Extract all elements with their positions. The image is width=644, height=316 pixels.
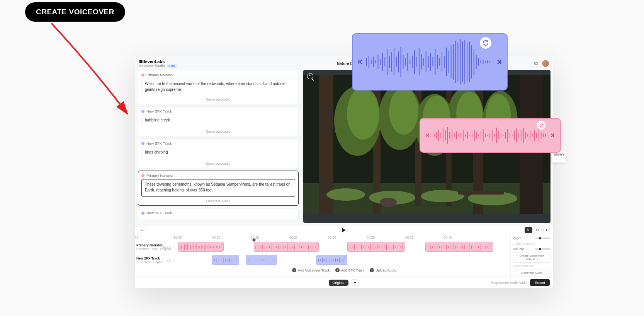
beta-badge: Beta xyxy=(167,64,176,68)
generate-audio-side-button[interactable]: Generate Audio xyxy=(513,270,551,276)
svg-point-129 xyxy=(326,188,365,201)
script-card-2[interactable]: New SFX Track birds chirping Generate Au… xyxy=(138,138,299,168)
card-title: Primary Narrator xyxy=(146,173,173,178)
track-color-dot xyxy=(141,110,144,113)
track-lane[interactable]: × × × × xyxy=(178,240,510,253)
trim-right-icon[interactable] xyxy=(494,58,503,66)
waveform-icon xyxy=(365,34,494,90)
generate-audio-button[interactable]: Generate Audio xyxy=(141,127,295,136)
create-voiceover-callout: CREATE VOICEOVER xyxy=(25,2,125,22)
track-mute-icon[interactable]: ⊘ xyxy=(162,246,166,249)
card-title: Primary Narrator xyxy=(146,73,173,77)
track-color-dot xyxy=(141,73,144,77)
script-card-3[interactable]: Primary Narrator These towering behemoth… xyxy=(138,171,299,206)
timeline: ⇤ ↖ ✂ + 00 00:05 00:10 00:15 00:20 00:25… xyxy=(135,225,553,288)
script-panel: Primary Narrator Welcome to the ancient … xyxy=(135,68,302,225)
clip[interactable]: × xyxy=(254,242,319,252)
svg-point-131 xyxy=(421,190,464,202)
zoom-in-icon[interactable] xyxy=(307,73,313,79)
zoom-label: Zoom xyxy=(513,236,522,240)
svg-point-124 xyxy=(347,87,379,140)
timeline-ruler[interactable]: 00 00:05 00:10 00:15 00:20 00:25 00:30 0… xyxy=(135,235,510,240)
add-sfx-track-button[interactable]: +Add SFX Track xyxy=(335,268,365,272)
selection-label: 1 Clip Selected xyxy=(513,242,551,246)
script-text[interactable]: birds chirping xyxy=(141,147,295,159)
waveform-preview-sfx[interactable] xyxy=(420,118,561,153)
cut-tool-button[interactable]: ✂ xyxy=(534,227,542,233)
card-title: New SFX Track xyxy=(146,141,172,145)
track-lane[interactable]: × × × xyxy=(178,253,510,266)
regenerate-icon[interactable] xyxy=(537,121,545,130)
track-color-dot xyxy=(141,212,144,215)
add-track-row: +Add Voiceover Track +Add SFX Track +Upl… xyxy=(135,266,510,272)
svg-rect-134 xyxy=(458,191,504,195)
track-more-icon[interactable]: ⋮ xyxy=(173,246,177,249)
script-text[interactable]: Welcome to the ancient world of the redw… xyxy=(141,79,295,95)
waveform-preview-narrator[interactable] xyxy=(352,33,508,91)
cursor-tool-button[interactable]: ↖ xyxy=(525,227,532,233)
trim-left-icon[interactable] xyxy=(357,58,365,66)
card-title: New SFX Track xyxy=(146,109,172,113)
track-headphone-icon[interactable]: ♪ xyxy=(167,259,171,263)
script-text[interactable]: These towering behemoths, known as Sequo… xyxy=(141,179,295,197)
brand-name: IIElevenLabs xyxy=(139,59,177,64)
generate-audio-button[interactable]: Generate Audio xyxy=(141,95,295,104)
export-button[interactable]: Export xyxy=(530,279,550,286)
track-color-dot xyxy=(141,142,144,145)
generate-audio-button[interactable]: Generate Audio xyxy=(141,159,295,168)
add-version-button[interactable]: + xyxy=(351,279,359,286)
bottom-bar: Original + Regenerate Stale Audio Export xyxy=(135,277,553,288)
play-button[interactable] xyxy=(342,228,346,232)
generate-audio-button[interactable]: Generate Audio xyxy=(141,197,295,205)
volume-label: Volume xyxy=(513,247,524,251)
regenerate-icon[interactable] xyxy=(480,37,491,49)
original-version-button[interactable]: Original xyxy=(329,280,348,286)
trim-right-icon[interactable] xyxy=(548,132,556,138)
script-card-0[interactable]: Primary Narrator Welcome to the ancient … xyxy=(138,70,299,104)
clip[interactable]: × xyxy=(347,242,405,252)
waveform-icon xyxy=(433,119,548,152)
script-card-1[interactable]: New SFX Track babbling creek Generate Au… xyxy=(138,106,299,136)
script-card-4[interactable]: New SFX Track xyxy=(138,208,299,219)
zoom-slider[interactable] xyxy=(535,237,551,239)
studio-label: Voiceover Studio Beta xyxy=(139,64,177,68)
track-row-sfx: New SFX Track SFX Track · English ♪ ⋮ × … xyxy=(135,253,510,266)
track-color-dot xyxy=(141,174,144,177)
clip[interactable]: × xyxy=(246,255,277,265)
clip[interactable]: × xyxy=(212,255,239,265)
script-text[interactable]: babbling creek xyxy=(141,115,295,127)
app-window: IIElevenLabs Voiceover Studio Beta Natur… xyxy=(135,56,553,288)
clip[interactable]: × xyxy=(316,255,347,265)
add-voiceover-track-button[interactable]: +Add Voiceover Track xyxy=(292,268,330,272)
avatar[interactable] xyxy=(542,60,549,67)
track-row-narrator: Primary Narrator Narration Track · Origi… xyxy=(135,240,510,253)
trim-left-icon[interactable] xyxy=(424,132,433,138)
svg-point-133 xyxy=(380,198,397,207)
upload-audio-button[interactable]: +Upload Audio xyxy=(370,268,396,272)
regenerate-stale-button[interactable]: Regenerate Stale Audio xyxy=(491,281,527,285)
card-title: New SFX Track xyxy=(146,211,172,215)
timeline-side-panel: Zoom 1 Clip Selected Volume Create Voice… xyxy=(510,235,553,277)
add-tool-button[interactable]: + xyxy=(543,227,550,233)
create-voice-button[interactable]: Create Voice from Selection xyxy=(513,253,551,263)
track-headphone-icon[interactable]: ♪ xyxy=(167,246,171,249)
callout-arrow xyxy=(44,19,133,116)
track-more-icon[interactable]: ⋮ xyxy=(173,259,177,263)
clip[interactable]: × xyxy=(178,242,224,252)
clip[interactable]: × xyxy=(425,242,493,252)
collapse-panel-button[interactable]: ⇤ xyxy=(139,227,146,233)
voice-settings-label: Voice Settings xyxy=(513,264,551,268)
volume-slider[interactable] xyxy=(535,248,551,250)
gear-icon[interactable] xyxy=(534,61,539,66)
svg-point-125 xyxy=(389,88,418,135)
